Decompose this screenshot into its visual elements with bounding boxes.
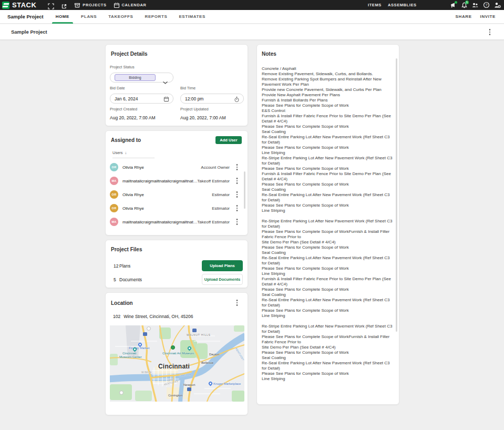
users-column-header[interactable]: Users ↓ bbox=[112, 150, 155, 158]
user-row: OR Olivia Rhye Estimator bbox=[110, 201, 243, 215]
map-label-museum-center-1: Cincinnati bbox=[122, 352, 136, 355]
notes-title: Notes bbox=[262, 51, 394, 57]
user-name: Olivia Rhye bbox=[122, 165, 144, 170]
location-card: Location 102 Wine Street, Cincinnati, OH… bbox=[105, 292, 248, 415]
tab-reports[interactable]: REPORTS bbox=[139, 10, 173, 24]
sort-descending-icon: ↓ bbox=[125, 150, 127, 155]
project-files-title: Project Files bbox=[111, 247, 243, 252]
map-label-newport: Newport bbox=[183, 383, 195, 386]
project-bar-title: Sample Project bbox=[7, 14, 44, 19]
announcements-icon[interactable] bbox=[449, 2, 457, 9]
users-scrollbar[interactable] bbox=[244, 171, 245, 209]
address-street: Wine Street, Cincinnati, OH, 45206 bbox=[124, 314, 193, 319]
location-map[interactable]: Findlay Market Cincinnati Museum Center … bbox=[110, 325, 244, 402]
tab-estimates[interactable]: ESTIMATES bbox=[173, 10, 211, 24]
bid-time-label: Bid Time bbox=[180, 86, 244, 90]
top-navigation-bar: STACK PROJECTS CALENDAR IT bbox=[0, 0, 504, 10]
expand-icon[interactable] bbox=[48, 2, 54, 8]
nav-calendar[interactable]: CALENDAR bbox=[114, 2, 147, 8]
bid-date-value: Jan 6, 2024 bbox=[115, 96, 138, 101]
bell-badge: 1 bbox=[465, 1, 469, 4]
app-root: STACK PROJECTS CALENDAR IT bbox=[0, 0, 504, 430]
stack-logo[interactable]: STACK bbox=[2, 1, 36, 9]
upload-documents-button[interactable]: Upload Documents bbox=[202, 274, 243, 285]
notes-scrollbar[interactable] bbox=[396, 58, 397, 332]
invite-button[interactable]: INVITE bbox=[480, 14, 496, 19]
notes-card: Notes Concrete / Asphalt Remove Existing… bbox=[256, 44, 399, 405]
notifications-bell-icon[interactable]: 1 bbox=[460, 2, 468, 9]
project-details-title: Project Details bbox=[111, 51, 243, 57]
user-name: mailtnatalicraigmailtnatalicraigmailtnat… bbox=[122, 179, 199, 183]
upload-plans-button[interactable]: Upload Plans bbox=[202, 260, 243, 271]
location-title: Location bbox=[111, 300, 133, 306]
project-status-dropdown[interactable]: Bidding bbox=[110, 73, 173, 83]
project-details-card: Project Details Project Status Bidding B… bbox=[105, 44, 248, 126]
stopwatch-icon bbox=[234, 96, 240, 104]
project-created-value: Aug 20, 2022, 7:00 AM bbox=[110, 115, 155, 120]
bid-date-label: Bid Date bbox=[110, 86, 173, 90]
map-label-covington: Covington bbox=[168, 394, 182, 397]
map-label-walnut-hills: WALNUT HILLS bbox=[187, 333, 211, 336]
plans-label: Plans bbox=[119, 263, 130, 269]
user-settings-icon[interactable] bbox=[493, 2, 501, 9]
notes-body[interactable]: Concrete / Asphalt Remove Existing Pavem… bbox=[262, 66, 394, 382]
plans-count: 12 bbox=[114, 263, 119, 269]
nav-projects[interactable]: PROJECTS bbox=[74, 2, 106, 8]
tab-plans[interactable]: PLANS bbox=[75, 10, 102, 24]
map-label-kroger: Kroger Marketplace bbox=[213, 382, 241, 385]
avatar: MA bbox=[110, 218, 118, 226]
external-link-icon[interactable] bbox=[61, 2, 67, 8]
plans-row: 12 Plans Upload Plans bbox=[110, 260, 243, 271]
user-row: OR Olivia Rhye Estimator bbox=[110, 188, 243, 201]
chevron-down-icon bbox=[163, 77, 168, 86]
address-number: 102 bbox=[113, 314, 120, 319]
add-user-button[interactable]: Add User bbox=[215, 136, 242, 144]
nav-items[interactable]: ITEMS bbox=[368, 3, 382, 7]
project-updated-value: Aug 20, 2022, 7:00 AM bbox=[180, 115, 225, 120]
map-label-bellevue: Bellevue bbox=[201, 361, 213, 364]
documents-label: Documents bbox=[119, 277, 142, 282]
page-kebab-menu-icon[interactable] bbox=[487, 28, 493, 36]
announcements-dot bbox=[455, 1, 457, 4]
avatar: OR bbox=[110, 204, 118, 212]
nav-assemblies[interactable]: ASSEMBLIES bbox=[388, 3, 417, 7]
user-name: mailtnatalicraigmailtnatalicraigmailtnat… bbox=[122, 220, 199, 224]
assigned-to-title: Assigned to bbox=[111, 137, 141, 143]
user-row: MA mailtnatalicraigmailtnatalicraigmailt… bbox=[110, 174, 243, 188]
users-icon[interactable] bbox=[471, 2, 479, 9]
share-button[interactable]: SHARE bbox=[456, 14, 472, 19]
project-files-card: Project Files 12 Plans Upload Plans 5 Do… bbox=[105, 240, 248, 288]
user-role: Account Owner bbox=[201, 165, 230, 170]
map-label-cincinnati: Cincinnati bbox=[158, 363, 190, 370]
bid-time-input[interactable]: 12:00 pm bbox=[180, 94, 244, 104]
user-row: OR Olivia Rhye Account Owner bbox=[110, 160, 243, 174]
map-label-findlay-market: Findlay Market bbox=[129, 346, 149, 350]
stack-logo-icon bbox=[2, 2, 9, 9]
tab-takeoffs[interactable]: TAKEOFFS bbox=[102, 10, 139, 24]
user-name: Olivia Rhye bbox=[122, 192, 144, 197]
map-label-dayton: Dayton bbox=[209, 353, 219, 356]
project-status-label: Project Status bbox=[110, 65, 173, 69]
tab-home[interactable]: HOME bbox=[50, 10, 75, 24]
user-role: Takeoff Estimator bbox=[197, 220, 230, 224]
user-kebab-menu-icon[interactable] bbox=[234, 191, 240, 198]
nav-calendar-label: CALENDAR bbox=[122, 3, 147, 7]
user-kebab-menu-icon[interactable] bbox=[234, 177, 240, 185]
user-role: Estimator bbox=[212, 206, 230, 211]
documents-row: 5 Documents Upload Documents bbox=[110, 274, 243, 285]
bid-time-value: 12:00 pm bbox=[185, 96, 203, 101]
user-role: Takeoff Estimator bbox=[197, 179, 230, 183]
help-icon[interactable]: ? bbox=[482, 2, 490, 9]
documents-count: 5 bbox=[114, 277, 119, 282]
location-kebab-menu-icon[interactable] bbox=[234, 299, 240, 306]
archive-box-icon bbox=[74, 2, 80, 8]
page-header: Sample Project bbox=[0, 24, 504, 40]
user-kebab-menu-icon[interactable] bbox=[234, 218, 240, 226]
user-kebab-menu-icon[interactable] bbox=[234, 163, 240, 171]
bid-date-input[interactable]: Jan 6, 2024 bbox=[110, 94, 173, 104]
calendar-input-icon bbox=[163, 96, 169, 103]
map-location-marker bbox=[171, 345, 175, 350]
user-kebab-menu-icon[interactable] bbox=[234, 204, 240, 212]
user-role: Estimator bbox=[212, 192, 230, 197]
svg-text:?: ? bbox=[485, 3, 487, 7]
